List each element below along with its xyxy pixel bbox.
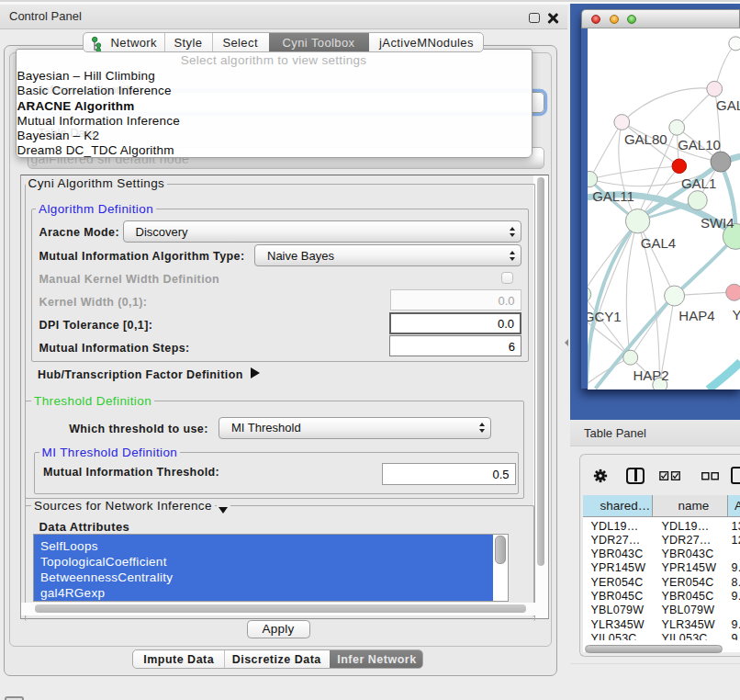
svg-text:Y: Y <box>732 307 740 322</box>
svg-text:GAL11: GAL11 <box>592 188 634 204</box>
svg-text:SWI4: SWI4 <box>700 215 734 231</box>
svg-text:GCY1: GCY1 <box>588 309 622 324</box>
svg-text:GAL80: GAL80 <box>623 131 667 147</box>
svg-text:HAP2: HAP2 <box>633 367 668 383</box>
svg-text:GAL7: GAL7 <box>716 97 740 113</box>
svg-text:HAP4: HAP4 <box>678 308 714 323</box>
svg-text:GAL4: GAL4 <box>640 235 675 251</box>
svg-text:GAL10: GAL10 <box>678 137 721 152</box>
svg-text:GAL1: GAL1 <box>680 175 715 191</box>
